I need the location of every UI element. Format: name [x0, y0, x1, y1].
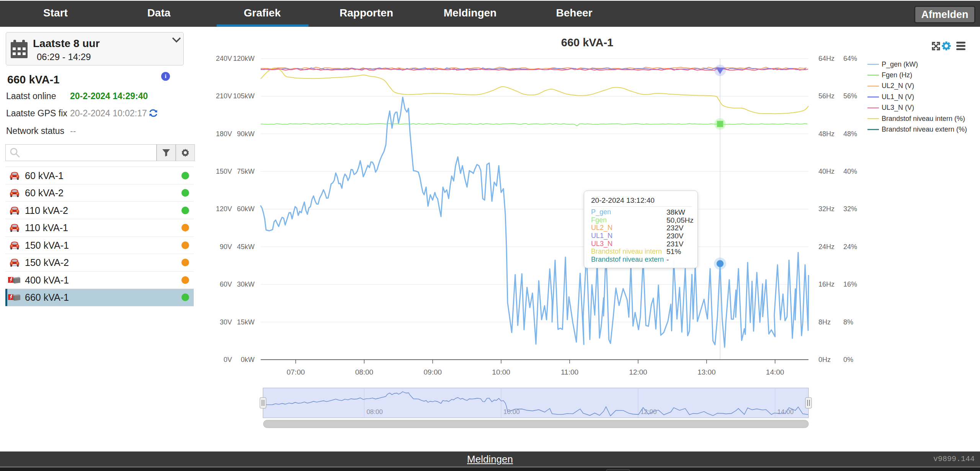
- svg-text:08:00: 08:00: [366, 408, 383, 416]
- svg-text:64%: 64%: [843, 55, 857, 62]
- svg-text:14:00: 14:00: [777, 408, 794, 416]
- svg-text:90kW: 90kW: [237, 130, 255, 138]
- svg-text:45kW: 45kW: [237, 243, 255, 251]
- svg-text:90V: 90V: [220, 243, 232, 251]
- svg-text:24Hz: 24Hz: [818, 243, 835, 251]
- svg-text:14:00: 14:00: [766, 368, 784, 376]
- svg-text:0V: 0V: [224, 356, 232, 363]
- svg-text:30kW: 30kW: [237, 280, 255, 288]
- svg-text:12:00: 12:00: [640, 408, 657, 416]
- svg-text:150V: 150V: [216, 168, 232, 175]
- svg-text:10:00: 10:00: [492, 368, 510, 376]
- svg-text:180V: 180V: [216, 130, 232, 138]
- svg-text:15kW: 15kW: [237, 318, 255, 326]
- svg-text:0kW: 0kW: [241, 356, 255, 363]
- svg-text:105kW: 105kW: [233, 92, 255, 100]
- svg-text:0%: 0%: [843, 356, 853, 363]
- svg-text:240V: 240V: [216, 55, 232, 62]
- svg-text:56Hz: 56Hz: [818, 92, 835, 100]
- svg-text:40Hz: 40Hz: [818, 168, 835, 175]
- svg-text:32%: 32%: [843, 205, 857, 213]
- svg-text:08:00: 08:00: [355, 368, 374, 376]
- svg-text:16Hz: 16Hz: [818, 280, 835, 288]
- svg-text:660 kVA-1: 660 kVA-1: [561, 36, 614, 49]
- svg-text:210V: 210V: [216, 92, 232, 100]
- svg-text:48Hz: 48Hz: [818, 130, 835, 138]
- svg-text:56%: 56%: [843, 92, 857, 100]
- svg-text:16%: 16%: [843, 280, 857, 288]
- svg-text:13:00: 13:00: [697, 368, 716, 376]
- svg-text:40%: 40%: [843, 168, 857, 175]
- svg-text:60V: 60V: [220, 280, 232, 288]
- svg-text:64Hz: 64Hz: [818, 55, 835, 62]
- svg-text:07:00: 07:00: [287, 368, 305, 376]
- svg-text:24%: 24%: [843, 243, 857, 251]
- svg-text:11:00: 11:00: [561, 368, 578, 376]
- svg-text:09:00: 09:00: [424, 368, 442, 376]
- svg-text:8%: 8%: [843, 318, 853, 326]
- svg-text:120kW: 120kW: [233, 55, 255, 62]
- svg-text:60kW: 60kW: [237, 205, 255, 213]
- svg-text:0Hz: 0Hz: [818, 356, 831, 363]
- svg-text:12:00: 12:00: [629, 368, 647, 376]
- svg-text:120V: 120V: [216, 205, 232, 213]
- svg-text:30V: 30V: [220, 318, 232, 326]
- svg-text:75kW: 75kW: [237, 168, 255, 175]
- svg-text:32Hz: 32Hz: [818, 205, 835, 213]
- svg-text:10:00: 10:00: [503, 408, 520, 416]
- svg-text:8Hz: 8Hz: [818, 318, 831, 326]
- svg-text:48%: 48%: [843, 130, 857, 138]
